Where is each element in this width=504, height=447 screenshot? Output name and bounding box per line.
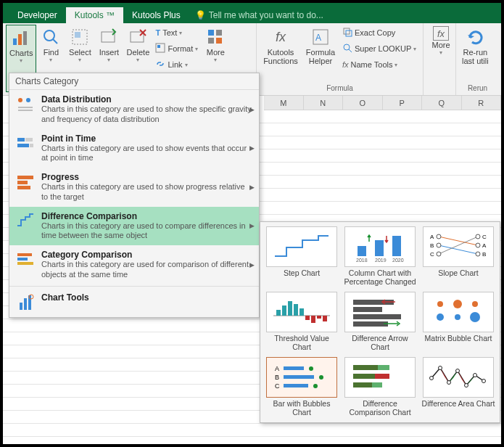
svg-text:2019: 2019: [375, 258, 387, 263]
svg-text:C: C: [275, 382, 280, 390]
column-header[interactable]: R: [462, 96, 502, 110]
grid-icon: [205, 26, 226, 48]
gallery-tile-matrix-bubble-chart[interactable]: Matrix Bubble Chart: [421, 292, 495, 353]
chart-thumbnail: [423, 292, 494, 332]
svg-point-81: [470, 312, 480, 322]
text-icon: T: [155, 28, 160, 37]
gallery-caption: Slope Chart: [438, 268, 478, 287]
svg-point-24: [26, 98, 30, 102]
svg-point-89: [319, 375, 323, 380]
svg-rect-94: [353, 374, 375, 379]
name-tools-button[interactable]: fxName Tools▾: [339, 57, 419, 73]
menu-item-point-in-time[interactable]: Point in Time Charts in this category ar…: [9, 129, 259, 168]
svg-line-54: [439, 245, 478, 254]
category-icon: [15, 250, 36, 270]
menu-item-title: Point in Time: [41, 134, 253, 144]
menu-item-desc: Charts in this category are used to show…: [41, 104, 253, 125]
svg-rect-70: [317, 316, 321, 319]
kutools-functions-button[interactable]: fx Kutools Functions: [260, 25, 302, 84]
column-header[interactable]: N: [304, 96, 344, 110]
group-label-rerun: Rerun: [459, 84, 496, 94]
gallery-caption: Column Chart with Percentage Changed: [343, 268, 417, 287]
column-header[interactable]: M: [264, 96, 304, 110]
tell-me-placeholder: Tell me what you want to do...: [209, 10, 323, 20]
menu-item-data-distribution[interactable]: Data Distribution Charts in this categor…: [9, 90, 259, 129]
category-icon: [15, 94, 36, 115]
chart-thumbnail: ABCCAB: [423, 226, 494, 267]
more-button-2[interactable]: fx More▾: [426, 25, 455, 92]
svg-rect-13: [208, 30, 214, 36]
menu-item-progress[interactable]: Progress Charts in this category are use…: [9, 168, 259, 207]
text-button[interactable]: TText▾: [152, 25, 201, 41]
svg-rect-75: [353, 321, 388, 327]
svg-point-77: [453, 300, 462, 308]
chart-thumbnail: ABC: [266, 357, 337, 398]
gallery-tile-bar-with-bubbles-chart[interactable]: ABCBar with Bubbles Chart: [265, 357, 339, 418]
exact-copy-button[interactable]: Exact Copy: [339, 25, 419, 41]
svg-text:C: C: [482, 234, 487, 240]
bulb-icon: 💡: [195, 10, 206, 20]
category-icon: [15, 172, 36, 192]
difference-comparison-gallery: Step Chart201820192020Column Chart with …: [260, 221, 500, 423]
chart-thumbnail: [423, 357, 494, 398]
format-button[interactable]: Format▾: [152, 41, 201, 57]
svg-rect-20: [346, 30, 352, 36]
column-header[interactable]: O: [343, 96, 383, 110]
svg-point-76: [437, 301, 443, 307]
svg-text:B: B: [482, 251, 486, 258]
menu-item-title: Category Comparison: [41, 250, 253, 260]
copy-icon: [342, 27, 352, 38]
svg-text:2020: 2020: [392, 258, 404, 263]
charts-icon: [10, 27, 32, 49]
tab-kutools[interactable]: Kutools ™: [66, 7, 123, 23]
svg-rect-35: [17, 258, 28, 261]
menu-item-chart-tools[interactable]: Chart Tools: [9, 288, 259, 317]
svg-rect-96: [353, 382, 382, 387]
svg-rect-68: [305, 316, 310, 320]
svg-rect-74: [353, 314, 401, 319]
menu-item-title: Difference Comparison: [41, 211, 253, 221]
gallery-tile-step-chart[interactable]: Step Chart: [265, 226, 339, 287]
svg-line-4: [53, 39, 57, 44]
menu-item-difference-comparison[interactable]: Difference Comparison Charts in this cat…: [9, 207, 259, 246]
svg-point-107: [482, 380, 486, 383]
svg-point-106: [474, 374, 477, 377]
svg-rect-27: [17, 138, 25, 142]
tell-me-search[interactable]: 💡 Tell me what you want to do...: [189, 7, 329, 23]
svg-rect-63: [276, 310, 281, 316]
svg-text:C: C: [430, 251, 434, 258]
svg-text:A: A: [275, 365, 279, 372]
svg-point-102: [439, 366, 442, 370]
gallery-caption: Difference Comparison Chart: [343, 399, 417, 418]
svg-rect-1: [18, 34, 22, 45]
svg-point-58: [437, 252, 441, 256]
link-icon: [155, 59, 165, 70]
svg-rect-43: [392, 236, 401, 256]
svg-point-21: [344, 44, 350, 50]
insert-icon: [98, 26, 120, 48]
menu-item-title: Progress: [41, 172, 253, 182]
svg-rect-29: [25, 138, 33, 142]
column-header[interactable]: P: [383, 96, 423, 110]
gallery-tile-column-chart-with-percentage-changed[interactable]: 201820192020Column Chart with Percentage…: [343, 226, 417, 287]
menu-item-category-comparison[interactable]: Category Comparison Charts in this categ…: [9, 245, 259, 284]
gallery-tile-slope-chart[interactable]: ABCCABSlope Chart: [421, 226, 495, 287]
link-button[interactable]: Link▾: [152, 57, 201, 73]
menu-header: Charts Category: [9, 73, 259, 90]
menu-item-desc: Charts in this category are used to comp…: [41, 221, 253, 242]
svg-rect-19: [344, 28, 350, 34]
tab-kutools-plus[interactable]: Kutools Plus: [123, 7, 189, 23]
gallery-caption: Threshold Value Chart: [265, 334, 339, 353]
rerun-button[interactable]: Re-run last utili: [459, 25, 492, 84]
formula-helper-button[interactable]: A Formula Helper: [302, 25, 339, 84]
gallery-tile-difference-arrow-chart[interactable]: Difference Arrow Chart: [343, 292, 417, 353]
tab-developer[interactable]: Developer: [9, 7, 66, 23]
super-lookup-button[interactable]: Super LOOKUP▾: [339, 41, 419, 57]
column-header[interactable]: Q: [422, 96, 462, 110]
gallery-tile-difference-area-chart[interactable]: Difference Area Chart: [421, 357, 495, 418]
svg-rect-39: [28, 295, 31, 310]
svg-text:B: B: [430, 242, 434, 249]
gallery-tile-threshold-value-chart[interactable]: Threshold Value Chart: [265, 292, 339, 353]
svg-text:2018: 2018: [356, 258, 368, 263]
gallery-tile-difference-comparison-chart[interactable]: Difference Comparison Chart: [343, 357, 417, 418]
